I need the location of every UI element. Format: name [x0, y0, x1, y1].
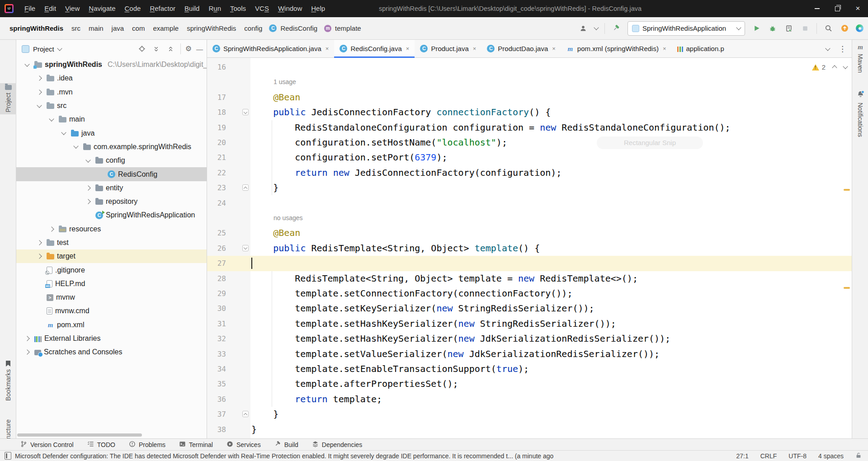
inspections-widget[interactable]: 2: [812, 63, 847, 71]
tree-item-main[interactable]: main: [16, 113, 207, 126]
code-line-21[interactable]: 21 configuration.setPort(6379);: [207, 150, 852, 165]
close-button[interactable]: ×: [848, 0, 868, 17]
tree-item-target[interactable]: target: [16, 249, 207, 263]
code-line-33[interactable]: 33 template.setValueSerializer(new JdkSe…: [207, 347, 852, 362]
code-editor[interactable]: 161 usage17 @Bean18 public JedisConnecti…: [207, 58, 852, 438]
build-hammer-icon[interactable]: [611, 24, 621, 33]
lock-open-icon[interactable]: [855, 452, 862, 460]
search-everywhere-icon[interactable]: [823, 24, 833, 33]
breadcrumb-src[interactable]: src: [70, 24, 82, 33]
minimize-button[interactable]: [807, 0, 827, 17]
breadcrumb-springwithredis[interactable]: springWithRedis: [8, 24, 65, 33]
tree-item-redisconfig[interactable]: RedisConfig: [16, 167, 207, 181]
expand-all-icon[interactable]: [151, 44, 161, 54]
menu-help[interactable]: Help: [307, 0, 330, 17]
tab-product-java[interactable]: Product.java: [415, 40, 481, 57]
tree-chevron-icon[interactable]: [35, 254, 44, 258]
debug-button[interactable]: [768, 24, 778, 33]
breadcrumb-redisconfig[interactable]: RedisConfig: [279, 24, 319, 33]
tree-item-mvnw[interactable]: mvnw: [16, 291, 207, 304]
tab-springwithredisapplication-java[interactable]: SpringWithRedisApplication.java: [207, 40, 334, 57]
code-line-24[interactable]: 24: [207, 196, 852, 211]
fold-marker-icon[interactable]: [242, 411, 249, 417]
tree-item-mvnw-cmd[interactable]: mvnw.cmd: [16, 304, 207, 318]
bottom-tool-problems[interactable]: Problems: [129, 441, 165, 449]
menu-window[interactable]: Window: [274, 0, 307, 17]
code-line-32[interactable]: 32 template.setHashKeySerializer(new Jdk…: [207, 331, 852, 346]
status-27-1[interactable]: 27:1: [736, 452, 748, 460]
tab-pom-xml-springwithredis[interactable]: pom.xml (springWithRedis): [561, 40, 672, 57]
breadcrumb-springwithredis[interactable]: springWithRedis: [185, 24, 237, 33]
breadcrumb-config[interactable]: config: [243, 24, 264, 33]
collapse-all-icon[interactable]: [166, 44, 176, 54]
tree-item-springwithredisapplication[interactable]: SpringWithRedisApplication: [16, 208, 207, 222]
menu-vcs[interactable]: VCS: [250, 0, 274, 17]
tool-stripe-bookmarks[interactable]: Bookmarks: [0, 361, 16, 401]
menu-file[interactable]: File: [20, 0, 40, 17]
next-problem-icon[interactable]: [843, 64, 848, 69]
warning-stripe-mark[interactable]: [844, 189, 850, 191]
tree-chevron-icon[interactable]: [84, 200, 93, 203]
tab-application-p[interactable]: application.p: [672, 40, 730, 57]
inlay-row[interactable]: 1 usage: [207, 75, 852, 89]
close-icon[interactable]: [662, 45, 666, 52]
code-line-17[interactable]: 17 @Bean: [207, 90, 852, 105]
tree-item-config[interactable]: config: [16, 154, 207, 167]
select-opened-file-icon[interactable]: [137, 44, 147, 54]
code-line-35[interactable]: 35 template.afterPropertiesSet();: [207, 376, 852, 391]
tree-chevron-icon[interactable]: [47, 118, 56, 121]
status-crlf[interactable]: CRLF: [760, 452, 777, 460]
tree-item-resources[interactable]: resources: [16, 222, 207, 236]
code-line-27[interactable]: 27: [207, 256, 852, 271]
tree-item-com-example-springwithredis[interactable]: com.example.springWithRedis: [16, 140, 207, 154]
bottom-tool-version-control[interactable]: Version Control: [20, 441, 74, 449]
status-4-spaces[interactable]: 4 spaces: [818, 452, 844, 460]
run-button[interactable]: [751, 24, 761, 33]
tree-chevron-icon[interactable]: [71, 146, 80, 148]
tool-stripe-maven[interactable]: mMaven: [852, 43, 868, 73]
code-line-37[interactable]: 37 }: [207, 407, 852, 422]
bottom-tool-todo[interactable]: TODO: [87, 441, 115, 449]
fold-marker-icon[interactable]: [242, 184, 249, 191]
tree-chevron-icon[interactable]: [35, 90, 44, 94]
tool-stripe-project[interactable]: Project: [0, 83, 16, 114]
bottom-tool-build[interactable]: Build: [274, 441, 298, 449]
tree-chevron-icon[interactable]: [59, 132, 68, 134]
code-line-22[interactable]: 22 return new JedisConnectionFactory(con…: [207, 165, 852, 180]
bottom-tool-services[interactable]: Services: [226, 441, 261, 449]
code-line-29[interactable]: 29 template.setConnectionFactory(connect…: [207, 286, 852, 301]
code-line-25[interactable]: 25 @Bean: [207, 226, 852, 240]
tree-item-src[interactable]: src: [16, 99, 207, 113]
status-message[interactable]: Microsoft Defender configuration: The ID…: [15, 452, 736, 460]
tree-chevron-icon[interactable]: [35, 241, 44, 245]
tree-chevron-icon[interactable]: [35, 76, 44, 80]
tree-item-gitignore[interactable]: .gitignore: [16, 263, 207, 277]
tree-chevron-icon[interactable]: [84, 160, 93, 162]
tree-item-help-md[interactable]: HELP.md: [16, 277, 207, 291]
menu-build[interactable]: Build: [180, 0, 204, 17]
status-utf-8[interactable]: UTF-8: [788, 452, 807, 460]
tree-chevron-icon[interactable]: [23, 337, 32, 340]
inlay-row[interactable]: no usages: [207, 211, 852, 226]
breadcrumb-template[interactable]: template: [334, 24, 363, 33]
tree-chevron-icon[interactable]: [23, 350, 32, 354]
tree-chevron-icon[interactable]: [47, 227, 56, 231]
menu-edit[interactable]: Edit: [40, 0, 61, 17]
tree-item-repository[interactable]: repository: [16, 195, 207, 208]
menu-run[interactable]: Run: [204, 0, 226, 17]
code-line-38[interactable]: 38}: [207, 422, 852, 437]
user-icon[interactable]: [578, 24, 588, 33]
gear-icon[interactable]: ⚙: [185, 45, 192, 52]
code-line-16[interactable]: 16: [207, 60, 852, 75]
breadcrumb-example[interactable]: example: [151, 24, 180, 33]
breadcrumb-com[interactable]: com: [131, 24, 146, 33]
tree-item-idea[interactable]: .idea: [16, 71, 207, 85]
close-icon[interactable]: [551, 45, 556, 52]
close-icon[interactable]: [325, 45, 329, 52]
close-icon[interactable]: [405, 45, 410, 52]
tab-redisconfig-java[interactable]: RedisConfig.java: [334, 40, 415, 57]
code-line-31[interactable]: 31 template.setHashKeySerializer(new Str…: [207, 316, 852, 331]
previous-problem-icon[interactable]: [832, 65, 837, 70]
menu-view[interactable]: View: [61, 0, 84, 17]
close-icon[interactable]: [472, 45, 476, 52]
